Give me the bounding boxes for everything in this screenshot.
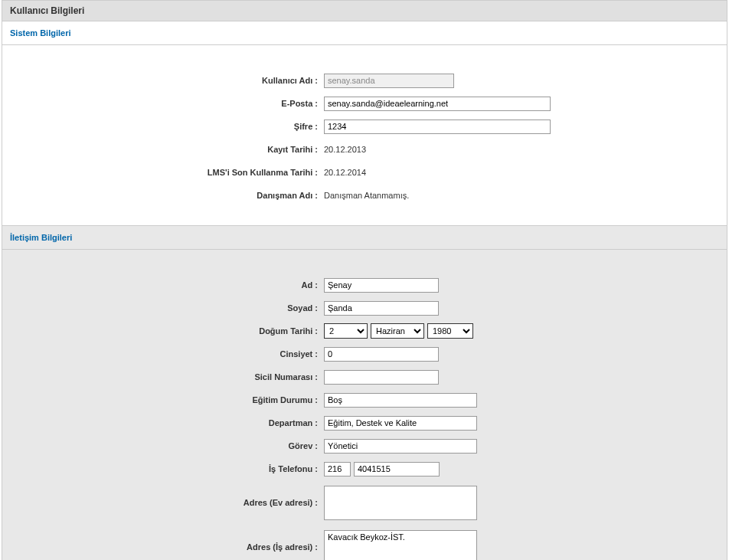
homeaddress-row: Adres (Ev adresi) : xyxy=(18,483,711,522)
workphone-area-input[interactable] xyxy=(324,462,351,476)
system-info-header: Sistem Bilgileri xyxy=(2,21,727,45)
advisor-value: Danışman Atanmamış. xyxy=(324,191,409,200)
homeaddress-textarea[interactable] xyxy=(324,486,477,520)
gender-input[interactable] xyxy=(324,347,439,362)
email-label: E-Posta : xyxy=(18,99,324,108)
education-label: Eğitim Durumu : xyxy=(18,395,324,404)
advisor-row: Danışman Adı : Danışman Atanmamış. xyxy=(18,187,711,204)
birthdate-label: Doğum Tarihi : xyxy=(18,326,324,336)
lmsexpiry-value: 20.12.2014 xyxy=(324,168,366,177)
homeaddress-label: Adres (Ev adresi) : xyxy=(18,498,324,507)
birthday-day-select[interactable]: 2 xyxy=(324,323,368,339)
username-row: Kullanıcı Adı : xyxy=(18,72,711,89)
contact-info-panel: İletişim Bilgileri Ad : Soyad : Doğum Ta… xyxy=(2,226,727,560)
email-input[interactable] xyxy=(324,97,551,111)
employeeno-input[interactable] xyxy=(324,370,439,385)
education-row: Eğitim Durumu : xyxy=(18,391,711,408)
contact-info-header: İletişim Bilgileri xyxy=(2,226,727,250)
contact-info-form: Ad : Soyad : Doğum Tarihi : 2 Haziran xyxy=(2,250,727,560)
regdate-value: 20.12.2013 xyxy=(324,145,366,154)
birthdate-row: Doğum Tarihi : 2 Haziran 1980 xyxy=(18,323,711,339)
lastname-input[interactable] xyxy=(324,301,439,316)
lastname-label: Soyad : xyxy=(18,303,324,313)
role-label: Görev : xyxy=(18,441,324,450)
page-title: Kullanıcı Bilgileri xyxy=(2,0,727,21)
workaddress-textarea[interactable] xyxy=(324,530,477,561)
password-input[interactable] xyxy=(324,120,551,134)
gender-row: Cinsiyet : xyxy=(18,345,711,362)
department-row: Departman : xyxy=(18,414,711,431)
advisor-label: Danışman Adı : xyxy=(18,191,324,200)
system-info-form: Kullanıcı Adı : E-Posta : Şifre : Kayıt … xyxy=(2,45,727,225)
workphone-number-input[interactable] xyxy=(354,462,440,476)
lmsexpiry-row: LMS'i Son Kullanma Tarihi : 20.12.2014 xyxy=(18,164,711,181)
regdate-label: Kayıt Tarihi : xyxy=(18,145,324,154)
username-label: Kullanıcı Adı : xyxy=(18,76,324,85)
firstname-row: Ad : xyxy=(18,277,711,293)
workaddress-label: Adres (İş adresi) : xyxy=(18,542,324,552)
employeeno-label: Sicil Numarası : xyxy=(18,372,324,382)
password-label: Şifre : xyxy=(18,122,324,131)
birthday-month-select[interactable]: Haziran xyxy=(371,323,424,339)
workaddress-row: Adres (İş adresi) : xyxy=(18,528,711,560)
role-row: Görev : xyxy=(18,437,711,454)
birthday-year-select[interactable]: 1980 xyxy=(427,323,473,339)
username-input xyxy=(324,74,454,88)
regdate-row: Kayıt Tarihi : 20.12.2013 xyxy=(18,141,711,158)
workphone-row: İş Telefonu : xyxy=(18,460,711,477)
department-input[interactable] xyxy=(324,416,477,431)
email-row: E-Posta : xyxy=(18,95,711,112)
department-label: Departman : xyxy=(18,418,324,427)
system-info-panel: Sistem Bilgileri Kullanıcı Adı : E-Posta… xyxy=(2,21,727,226)
lmsexpiry-label: LMS'i Son Kullanma Tarihi : xyxy=(18,168,324,177)
role-input[interactable] xyxy=(324,439,477,454)
employeeno-row: Sicil Numarası : xyxy=(18,368,711,385)
education-input[interactable] xyxy=(324,393,477,408)
workphone-label: İş Telefonu : xyxy=(18,464,324,473)
firstname-label: Ad : xyxy=(18,280,324,290)
password-row: Şifre : xyxy=(18,118,711,135)
gender-label: Cinsiyet : xyxy=(18,349,324,359)
lastname-row: Soyad : xyxy=(18,300,711,316)
firstname-input[interactable] xyxy=(324,278,439,293)
